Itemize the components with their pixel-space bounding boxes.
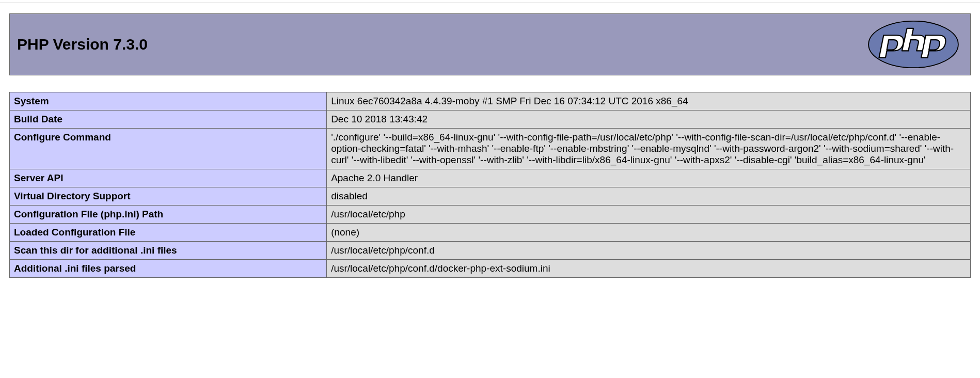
table-cell-label: System xyxy=(10,92,327,111)
table-row: Configuration File (php.ini) Path/usr/lo… xyxy=(10,206,971,224)
table-cell-label: Virtual Directory Support xyxy=(10,187,327,206)
table-cell-label: Additional .ini files parsed xyxy=(10,260,327,278)
table-cell-label: Build Date xyxy=(10,111,327,129)
table-cell-value: Linux 6ec760342a8a 4.4.39-moby #1 SMP Fr… xyxy=(327,92,971,111)
table-cell-label: Configure Command xyxy=(10,129,327,169)
phpinfo-table: SystemLinux 6ec760342a8a 4.4.39-moby #1 … xyxy=(9,92,971,278)
table-cell-value: disabled xyxy=(327,187,971,206)
table-row: Loaded Configuration File(none) xyxy=(10,224,971,242)
table-cell-value: Apache 2.0 Handler xyxy=(327,169,971,187)
phpinfo-header: PHP Version 7.3.0 xyxy=(9,13,971,75)
table-row: Additional .ini files parsed/usr/local/e… xyxy=(10,260,971,278)
table-row: Configure Command'./configure' '--build=… xyxy=(10,129,971,169)
table-cell-label: Server API xyxy=(10,169,327,187)
table-row: Scan this dir for additional .ini files/… xyxy=(10,242,971,260)
table-row: SystemLinux 6ec760342a8a 4.4.39-moby #1 … xyxy=(10,92,971,111)
table-cell-value: './configure' '--build=x86_64-linux-gnu'… xyxy=(327,129,971,169)
php-logo-icon xyxy=(867,20,960,69)
table-row: Virtual Directory Supportdisabled xyxy=(10,187,971,206)
table-cell-value: /usr/local/etc/php/conf.d xyxy=(327,242,971,260)
table-cell-value: /usr/local/etc/php/conf.d/docker-php-ext… xyxy=(327,260,971,278)
table-cell-label: Configuration File (php.ini) Path xyxy=(10,206,327,224)
page-title: PHP Version 7.3.0 xyxy=(17,36,148,53)
table-cell-value: Dec 10 2018 13:43:42 xyxy=(327,111,971,129)
table-cell-value: /usr/local/etc/php xyxy=(327,206,971,224)
table-row: Server APIApache 2.0 Handler xyxy=(10,169,971,187)
table-cell-label: Scan this dir for additional .ini files xyxy=(10,242,327,260)
table-cell-label: Loaded Configuration File xyxy=(10,224,327,242)
table-row: Build DateDec 10 2018 13:43:42 xyxy=(10,111,971,129)
table-cell-value: (none) xyxy=(327,224,971,242)
